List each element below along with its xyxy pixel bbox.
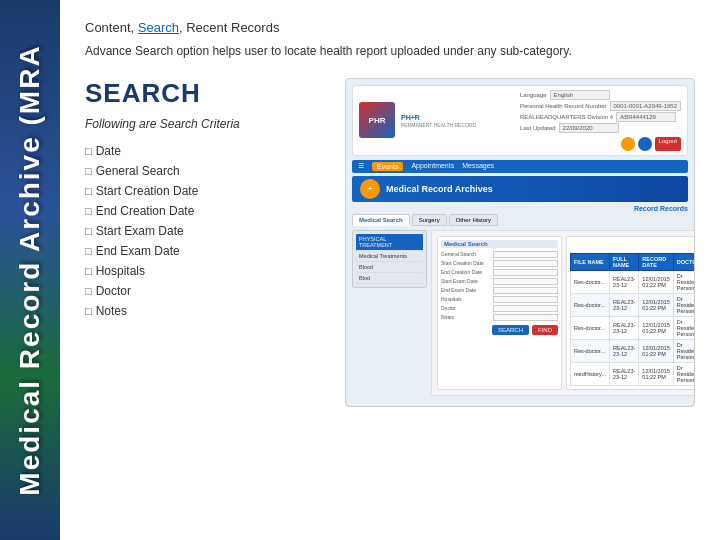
table-row: Res-doctor... REAL23-23-12 12/01/2015 01… [571,293,696,316]
mra-icon-symbol: + [368,184,373,193]
logo-box: PHR [359,102,395,138]
end-creation-label: End Creation Date [441,269,491,275]
criteria-hospitals: Hospitals [85,261,325,281]
mra-icon: + [360,179,380,199]
search-section: SEARCH Following are Search Criteria Dat… [85,78,695,407]
phn-label: Personal Health Record Number [520,103,607,109]
mockup-nav-bar: ☰ Events Appointments Messages [352,160,688,173]
main-content: Content, Search, Recent Records Advance … [60,0,720,540]
nav-item-messages[interactable]: Messages [462,162,494,171]
criteria-doctor: Doctor [85,281,325,301]
end-exam-date-input[interactable] [493,287,558,294]
cell-fullname: REAL23-23-12 [610,316,639,339]
cell-filename: Res-doctor... [571,293,610,316]
cell-filename: medHistory... [571,362,610,385]
sidebar-item-physical-treatment[interactable]: PHYSICAL TREATMENT [356,234,423,251]
criteria-general-search: General Search [85,161,325,181]
form-row-end-exam: End Exam Date [441,287,558,294]
mockup-search-form: Medical Search General Search Start Crea… [431,230,695,396]
sidebar-item-blod[interactable]: Blod [356,273,423,284]
cell-date: 12/01/2015 01:22 PM [639,362,674,385]
mockup-title: Medical Record Archives [386,184,493,194]
mockup-header: PHR PH+R PERMANENT HEALTH RECORD Languag… [352,85,688,156]
col-fullname: FULL NAME [610,253,639,270]
table-row: Res-doctor... REAL23-23-12 12/01/2015 01… [571,270,696,293]
notes-input[interactable] [493,314,558,321]
notes-label: Notes [441,314,491,320]
search-form-right-panel: DISPLAY ALL FILE NAME FULL NAME RECORD D… [566,236,695,390]
sidebar-item-medical-treatments[interactable]: Medical Treatments [356,251,423,262]
form-row-notes: Notes [441,314,558,321]
mockup-title-bar: + Medical Record Archives [352,176,688,202]
hq-label: REALHEADQUARTERS Division 4 [520,114,613,120]
breadcrumb-content: Content, Search, Recent Records [85,20,279,35]
cell-doctor: Dr Resident Person- [673,293,695,316]
form-row-start-creation: Start Creation Date [441,260,558,267]
mockup-body: PHYSICAL TREATMENT Medical Treatments Bl… [352,230,688,400]
cell-filename: Res-doctor... [571,339,610,362]
general-search-input[interactable] [493,251,558,258]
search-title: SEARCH [85,78,325,109]
cell-date: 12/01/2015 01:22 PM [639,316,674,339]
start-creation-date-input[interactable] [493,260,558,267]
col-filename: FILE NAME [571,253,610,270]
find-button[interactable]: FIND [532,325,558,335]
date-label: Last Updated [520,125,556,131]
logo-text-area: PH+R PERMANENT HEALTH RECORD [401,113,476,129]
search-criteria-panel: SEARCH Following are Search Criteria Dat… [85,78,325,321]
sidebar-inner: PHYSICAL TREATMENT Medical Treatments Bl… [352,230,427,288]
mockup-tabs: Medical Search Surgery Other History [352,214,688,226]
app-screenshot-mockup: PHR PH+R PERMANENT HEALTH RECORD Languag… [345,78,695,407]
search-button[interactable]: SEARCH [492,325,529,335]
tab-other-history[interactable]: Other History [449,214,498,226]
search-form-left-panel: Medical Search General Search Start Crea… [437,236,562,390]
tab-surgery[interactable]: Surgery [412,214,447,226]
criteria-end-creation-date: End Creation Date [85,201,325,221]
criteria-notes: Notes [85,301,325,321]
record-records-label: Record Records [352,205,688,212]
nav-item-events[interactable]: Events [372,162,403,171]
results-table: FILE NAME FULL NAME RECORD DATE DOCTOR N… [570,253,695,386]
end-creation-date-input[interactable] [493,269,558,276]
table-row: Res-doctor... REAL23-23-12 12/01/2015 01… [571,339,696,362]
col-doctor: DOCTOR [673,253,695,270]
form-row-doctor: Doctor [441,305,558,312]
form-row-hospitals: Hospitals [441,296,558,303]
criteria-date: Date [85,141,325,161]
cell-date: 12/01/2015 01:22 PM [639,339,674,362]
doctor-label: Doctor [441,305,491,311]
hospitals-input[interactable] [493,296,558,303]
cell-filename: Res-doctor... [571,270,610,293]
hospitals-label: Hospitals [441,296,491,302]
general-search-label: General Search [441,251,491,257]
form-row-end-creation: End Creation Date [441,269,558,276]
language-label: Language [520,92,547,98]
cell-fullname: REAL23-23-12 [610,339,639,362]
nav-item-appointments[interactable]: Appointments [411,162,454,171]
table-row: Res-doctor... REAL23-23-12 12/01/2015 01… [571,316,696,339]
form-button-row: SEARCH FIND [441,325,558,335]
vertical-sidebar: Medical Record Archive (MRA [0,0,60,540]
start-exam-label: Start Exam Date [441,278,491,284]
header-fields: Language English Personal Health Record … [520,90,681,133]
start-exam-date-input[interactable] [493,278,558,285]
following-label: Following are Search Criteria [85,117,325,131]
cell-fullname: REAL23-23-12 [610,270,639,293]
logout-button[interactable]: Logout [655,137,681,151]
date-field-row: Last Updated 22/09/2020 [520,123,681,133]
cell-date: 12/01/2015 01:22 PM [639,270,674,293]
criteria-start-creation-date: Start Creation Date [85,181,325,201]
language-value: English [550,90,610,100]
doctor-input[interactable] [493,305,558,312]
sidebar-text: Medical Record Archive (MRA [14,44,46,495]
tab-medical-search[interactable]: Medical Search [352,214,410,226]
phn-field-row: Personal Health Record Number 0001-0001-… [520,101,681,111]
form-section-title: Medical Search [441,240,558,248]
hq-field-row: REALHEADQUARTERS Division 4 ABR4444129 [520,112,681,122]
breadcrumb-search-link[interactable]: Search [138,20,179,35]
cell-doctor: Dr Resident Person- [673,316,695,339]
cell-doctor: Dr Resident Person- [673,339,695,362]
criteria-start-exam-date: Start Exam Date [85,221,325,241]
mockup-header-right: Language English Personal Health Record … [520,90,681,151]
sidebar-item-blood[interactable]: Blood [356,262,423,273]
